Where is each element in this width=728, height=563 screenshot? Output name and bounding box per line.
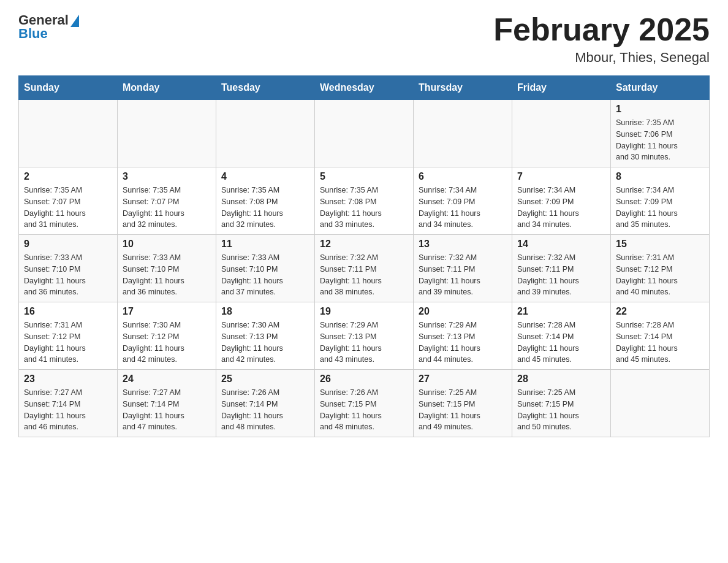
- day-header-wednesday: Wednesday: [315, 76, 414, 100]
- calendar-day-cell: 11Sunrise: 7:33 AMSunset: 7:10 PMDayligh…: [216, 235, 315, 302]
- calendar-day-cell: 9Sunrise: 7:33 AMSunset: 7:10 PMDaylight…: [19, 235, 118, 302]
- day-header-tuesday: Tuesday: [216, 76, 315, 100]
- calendar-day-cell: 12Sunrise: 7:32 AMSunset: 7:11 PMDayligh…: [315, 235, 414, 302]
- page-header: General Blue February 2025 Mbour, Thies,…: [18, 12, 710, 66]
- calendar-day-cell: 28Sunrise: 7:25 AMSunset: 7:15 PMDayligh…: [512, 370, 611, 437]
- day-number: 10: [123, 239, 211, 250]
- day-number: 4: [221, 171, 309, 182]
- day-info: Sunrise: 7:27 AMSunset: 7:14 PMDaylight:…: [24, 387, 112, 433]
- calendar-day-cell: 7Sunrise: 7:34 AMSunset: 7:09 PMDaylight…: [512, 167, 611, 235]
- calendar-week-row: 9Sunrise: 7:33 AMSunset: 7:10 PMDaylight…: [19, 235, 710, 302]
- day-number: 7: [517, 171, 605, 182]
- calendar-day-cell: 21Sunrise: 7:28 AMSunset: 7:14 PMDayligh…: [512, 302, 611, 370]
- calendar-subtitle: Mbour, Thies, Senegal: [493, 50, 710, 66]
- day-info: Sunrise: 7:34 AMSunset: 7:09 PMDaylight:…: [517, 185, 605, 231]
- calendar-week-row: 1Sunrise: 7:35 AMSunset: 7:06 PMDaylight…: [19, 100, 710, 167]
- day-number: 26: [320, 373, 408, 385]
- day-number: 28: [517, 373, 605, 385]
- day-info: Sunrise: 7:29 AMSunset: 7:13 PMDaylight:…: [320, 320, 408, 366]
- calendar-day-cell: 20Sunrise: 7:29 AMSunset: 7:13 PMDayligh…: [414, 302, 512, 370]
- logo-triangle-icon: [70, 15, 79, 27]
- day-info: Sunrise: 7:26 AMSunset: 7:14 PMDaylight:…: [221, 387, 309, 433]
- day-header-thursday: Thursday: [414, 76, 512, 100]
- day-number: 21: [517, 306, 605, 317]
- day-number: 19: [320, 306, 408, 317]
- title-section: February 2025 Mbour, Thies, Senegal: [493, 12, 710, 66]
- calendar-day-cell: 15Sunrise: 7:31 AMSunset: 7:12 PMDayligh…: [611, 235, 710, 302]
- calendar-day-cell: 8Sunrise: 7:34 AMSunset: 7:09 PMDaylight…: [611, 167, 710, 235]
- day-number: 8: [616, 171, 704, 182]
- calendar-day-cell: 19Sunrise: 7:29 AMSunset: 7:13 PMDayligh…: [315, 302, 414, 370]
- calendar-day-cell: 24Sunrise: 7:27 AMSunset: 7:14 PMDayligh…: [118, 370, 216, 437]
- day-info: Sunrise: 7:33 AMSunset: 7:10 PMDaylight:…: [123, 252, 211, 298]
- calendar-day-cell: 22Sunrise: 7:28 AMSunset: 7:14 PMDayligh…: [611, 302, 710, 370]
- day-number: 15: [616, 239, 704, 250]
- calendar-day-cell: [19, 100, 118, 167]
- day-number: 23: [24, 373, 112, 385]
- calendar-day-cell: 16Sunrise: 7:31 AMSunset: 7:12 PMDayligh…: [19, 302, 118, 370]
- calendar-day-cell: 1Sunrise: 7:35 AMSunset: 7:06 PMDaylight…: [611, 100, 710, 167]
- day-info: Sunrise: 7:29 AMSunset: 7:13 PMDaylight:…: [419, 320, 507, 366]
- calendar-day-cell: 14Sunrise: 7:32 AMSunset: 7:11 PMDayligh…: [512, 235, 611, 302]
- day-number: 11: [221, 239, 309, 250]
- calendar-week-row: 16Sunrise: 7:31 AMSunset: 7:12 PMDayligh…: [19, 302, 710, 370]
- calendar-day-cell: 3Sunrise: 7:35 AMSunset: 7:07 PMDaylight…: [118, 167, 216, 235]
- calendar-table: SundayMondayTuesdayWednesdayThursdayFrid…: [18, 75, 710, 437]
- day-info: Sunrise: 7:35 AMSunset: 7:07 PMDaylight:…: [123, 185, 211, 231]
- day-info: Sunrise: 7:26 AMSunset: 7:15 PMDaylight:…: [320, 387, 408, 433]
- calendar-day-cell: 6Sunrise: 7:34 AMSunset: 7:09 PMDaylight…: [414, 167, 512, 235]
- day-number: 13: [419, 239, 507, 250]
- day-number: 3: [123, 171, 211, 182]
- day-number: 12: [320, 239, 408, 250]
- day-header-friday: Friday: [512, 76, 611, 100]
- calendar-day-cell: 10Sunrise: 7:33 AMSunset: 7:10 PMDayligh…: [118, 235, 216, 302]
- day-info: Sunrise: 7:33 AMSunset: 7:10 PMDaylight:…: [24, 252, 112, 298]
- calendar-day-cell: [512, 100, 611, 167]
- calendar-day-cell: [315, 100, 414, 167]
- day-number: 24: [123, 373, 211, 385]
- day-info: Sunrise: 7:32 AMSunset: 7:11 PMDaylight:…: [320, 252, 408, 298]
- day-info: Sunrise: 7:25 AMSunset: 7:15 PMDaylight:…: [517, 387, 605, 433]
- day-number: 20: [419, 306, 507, 317]
- day-number: 18: [221, 306, 309, 317]
- calendar-day-cell: 26Sunrise: 7:26 AMSunset: 7:15 PMDayligh…: [315, 370, 414, 437]
- calendar-day-cell: 4Sunrise: 7:35 AMSunset: 7:08 PMDaylight…: [216, 167, 315, 235]
- calendar-day-cell: 17Sunrise: 7:30 AMSunset: 7:12 PMDayligh…: [118, 302, 216, 370]
- day-number: 9: [24, 239, 112, 250]
- calendar-day-cell: [414, 100, 512, 167]
- calendar-day-cell: 27Sunrise: 7:25 AMSunset: 7:15 PMDayligh…: [414, 370, 512, 437]
- day-info: Sunrise: 7:30 AMSunset: 7:13 PMDaylight:…: [221, 320, 309, 366]
- day-info: Sunrise: 7:35 AMSunset: 7:06 PMDaylight:…: [616, 117, 704, 163]
- calendar-day-cell: [216, 100, 315, 167]
- calendar-day-cell: 18Sunrise: 7:30 AMSunset: 7:13 PMDayligh…: [216, 302, 315, 370]
- day-info: Sunrise: 7:28 AMSunset: 7:14 PMDaylight:…: [616, 320, 704, 366]
- day-header-saturday: Saturday: [611, 76, 710, 100]
- day-number: 2: [24, 171, 112, 182]
- day-info: Sunrise: 7:31 AMSunset: 7:12 PMDaylight:…: [616, 252, 704, 298]
- day-header-sunday: Sunday: [19, 76, 118, 100]
- calendar-title: February 2025: [493, 12, 710, 47]
- day-number: 17: [123, 306, 211, 317]
- calendar-day-cell: [611, 370, 710, 437]
- day-info: Sunrise: 7:25 AMSunset: 7:15 PMDaylight:…: [419, 387, 507, 433]
- day-info: Sunrise: 7:31 AMSunset: 7:12 PMDaylight:…: [24, 320, 112, 366]
- day-info: Sunrise: 7:32 AMSunset: 7:11 PMDaylight:…: [419, 252, 507, 298]
- logo-blue-text: Blue: [18, 26, 48, 42]
- day-header-monday: Monday: [118, 76, 216, 100]
- calendar-day-cell: [118, 100, 216, 167]
- calendar-week-row: 2Sunrise: 7:35 AMSunset: 7:07 PMDaylight…: [19, 167, 710, 235]
- day-number: 14: [517, 239, 605, 250]
- calendar-day-cell: 5Sunrise: 7:35 AMSunset: 7:08 PMDaylight…: [315, 167, 414, 235]
- day-info: Sunrise: 7:33 AMSunset: 7:10 PMDaylight:…: [221, 252, 309, 298]
- day-info: Sunrise: 7:35 AMSunset: 7:07 PMDaylight:…: [24, 185, 112, 231]
- calendar-day-cell: 23Sunrise: 7:27 AMSunset: 7:14 PMDayligh…: [19, 370, 118, 437]
- day-number: 16: [24, 306, 112, 317]
- day-number: 27: [419, 373, 507, 385]
- day-number: 1: [616, 104, 704, 115]
- day-info: Sunrise: 7:28 AMSunset: 7:14 PMDaylight:…: [517, 320, 605, 366]
- logo: General Blue: [18, 12, 79, 42]
- day-info: Sunrise: 7:32 AMSunset: 7:11 PMDaylight:…: [517, 252, 605, 298]
- day-info: Sunrise: 7:34 AMSunset: 7:09 PMDaylight:…: [616, 185, 704, 231]
- calendar-day-cell: 13Sunrise: 7:32 AMSunset: 7:11 PMDayligh…: [414, 235, 512, 302]
- day-number: 22: [616, 306, 704, 317]
